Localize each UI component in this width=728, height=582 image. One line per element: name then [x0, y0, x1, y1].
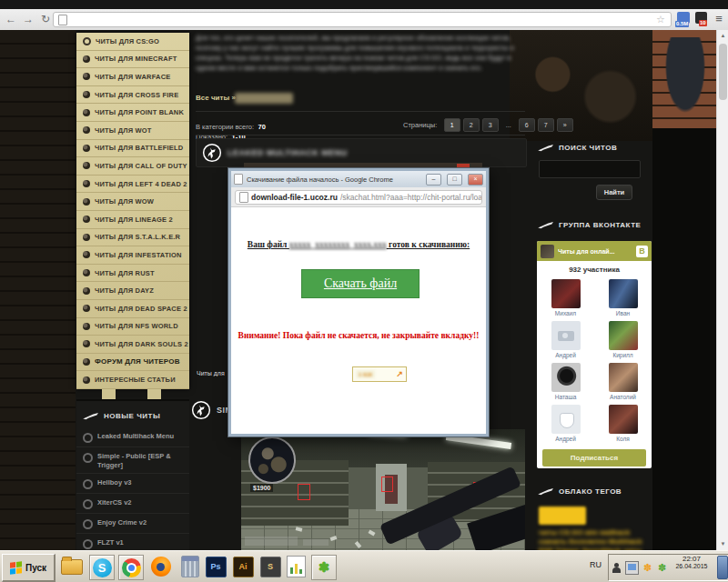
address-bar[interactable]: ☆ [53, 12, 672, 27]
scroll-up-icon[interactable]: ▲ [717, 30, 728, 42]
sidebar-item[interactable]: ЧИТЫ ДЛЯ NFS WORLD [76, 318, 189, 336]
vk-member[interactable]: Андрей [543, 405, 589, 442]
report-chart-icon[interactable] [284, 555, 308, 578]
bookmark-star-icon[interactable]: ☆ [656, 13, 665, 26]
sidebar-item[interactable]: ЧИТЫ ДЛЯ LINEAGE 2 [76, 211, 189, 229]
vk-member[interactable]: Кирилл [601, 321, 646, 358]
download-file-button[interactable]: Скачать файл [301, 269, 420, 298]
new-cheat-item[interactable]: Enjoy Crime v2 [76, 514, 189, 534]
minimize-icon[interactable]: – [426, 174, 441, 186]
close-icon[interactable]: × [468, 174, 483, 186]
sidebar-item[interactable]: ЧИТЫ ДЛЯ WOT [76, 122, 189, 140]
sidebar-item[interactable]: ЧИТЫ ДЛЯ INFESTATION [76, 246, 189, 265]
sidebar-item[interactable]: ЧИТЫ ДЛЯ LEFT 4 DEAD 2 [76, 176, 189, 194]
page-button[interactable]: 1 [444, 118, 460, 132]
new-cheat-item[interactable]: Leaked Multihack Menu [76, 427, 189, 447]
url-path: /skachat.html?aaa=http://chit-portal.ru/… [340, 193, 482, 202]
tray-clock[interactable]: 22:07 26.04.2015 [668, 555, 715, 569]
bullet-icon [83, 479, 93, 489]
menu-icon[interactable]: ≡ [712, 12, 726, 26]
show-desktop-button[interactable] [717, 556, 728, 579]
scroll-down-icon[interactable]: ▼ [717, 538, 728, 550]
divider [196, 111, 525, 112]
sidebar-item[interactable]: ЧИТЫ ДЛЯ RUST [76, 265, 189, 283]
new-cheat-item[interactable]: XiterCS v2 [76, 494, 189, 514]
rifle-icon [83, 413, 99, 420]
photoshop-icon[interactable]: Ps [204, 555, 228, 578]
bullet-icon [83, 287, 90, 295]
new-cheat-item[interactable]: Hellboy v3 [76, 474, 189, 494]
chrome-icon[interactable] [118, 555, 144, 580]
popup-title-bar[interactable]: Скачивание файла началось - Google Chrom… [231, 171, 486, 187]
firefox-icon[interactable] [149, 555, 173, 578]
tray-icq-online-icon[interactable]: ✽ [656, 562, 668, 574]
bullet-icon [83, 519, 93, 529]
sidebar-item[interactable]: ЧИТЫ ДЛЯ POINT BLANK [76, 104, 189, 122]
popup-address-bar[interactable]: download-file-1.ucoz.ru/skachat.html?aaa… [235, 190, 482, 205]
bullet-icon [83, 323, 90, 330]
tray-icq-away-icon[interactable]: ✽ [642, 562, 653, 574]
new-cheat-item[interactable]: Simple - Public [ESP & Trigger] [76, 447, 189, 474]
skype-icon[interactable]: S [89, 555, 115, 580]
vk-subscribe-button[interactable]: Подписаться [542, 449, 646, 467]
bullet-icon [83, 37, 91, 45]
back-icon[interactable]: ← [4, 12, 18, 26]
ucoz-counter-badge[interactable]: 1 020 ↗ [352, 366, 407, 382]
sidebar-item[interactable]: ЧИТЫ ДЛЯ BATTLEFIELD [76, 140, 189, 158]
cheat-link-pill[interactable] [235, 93, 293, 104]
search-input[interactable] [539, 160, 641, 178]
page-button[interactable]: » [557, 118, 573, 132]
vk-member[interactable]: Анатолий [601, 363, 646, 400]
bullet-icon [83, 453, 93, 463]
calculator-icon[interactable] [178, 555, 202, 578]
vk-member[interactable]: Коля [601, 405, 646, 442]
reload-icon[interactable]: ↻ [38, 12, 53, 26]
sidebar-item[interactable]: ФОРУМ ДЛЯ ЧИТЕРОВ [76, 354, 189, 372]
scrollbar-thumb[interactable] [719, 44, 727, 100]
tray-user-icon[interactable] [611, 562, 622, 574]
page-icon [58, 15, 67, 25]
sidebar-item[interactable]: ЧИТЫ ДЛЯ DAYZ [76, 282, 189, 300]
sidebar-item[interactable]: ЧИТЫ ДЛЯ DARK SOULS 2 [76, 336, 189, 354]
sidebar-item[interactable]: ЧИТЫ ДЛЯ MINECRAFT [76, 51, 189, 69]
all-cheats-link[interactable]: Все читы » [196, 94, 236, 102]
search-button[interactable]: Найти [596, 185, 632, 200]
bullet-icon [83, 126, 90, 134]
sidebar-item[interactable]: ЧИТЫ ДЛЯ CALL OF DUTY [76, 157, 189, 176]
page-button[interactable]: ... [501, 119, 516, 131]
page-button[interactable]: 3 [482, 118, 499, 132]
vk-member[interactable]: Иван [601, 279, 646, 316]
forward-icon[interactable]: → [21, 12, 35, 26]
new-cheat-item[interactable]: FLZT v1 [76, 534, 189, 550]
sidebar-item[interactable]: ЧИТЫ ДЛЯ S.T.A.L.K.E.R [76, 229, 189, 247]
money-counter: $1900 [250, 484, 273, 492]
sidebar-item[interactable]: ЧИТЫ ДЛЯ DEAD SPACE 2 [76, 300, 189, 318]
sidebar-item[interactable]: ЧИТЫ ДЛЯ CROSS FIRE [76, 86, 189, 105]
vk-member[interactable]: Михаил [543, 279, 589, 316]
page-button[interactable]: 2 [463, 118, 480, 132]
start-button[interactable]: Пуск [2, 554, 56, 582]
language-indicator[interactable]: RU [590, 560, 602, 569]
illustrator-icon[interactable]: Ai [231, 555, 255, 578]
tray-display-icon[interactable] [625, 561, 639, 575]
page-scrollbar[interactable]: ▲ ▼ [716, 30, 728, 550]
sidebar-item[interactable]: ЧИТЫ ДЛЯ CS:GO [76, 33, 189, 51]
tag-cloud[interactable]: читы CS:GO aim wallhack скачать бесплатн… [539, 528, 646, 550]
vk-member[interactable]: Наташа [543, 363, 589, 400]
sidebar-item[interactable]: ИНТЕРЕСНЫЕ СТАТЬИ [76, 371, 189, 389]
background-bricks-left [0, 30, 76, 550]
tag-highlight[interactable] [539, 507, 586, 525]
icq-icon[interactable]: ✽ [311, 555, 337, 580]
maximize-icon[interactable]: □ [447, 174, 462, 186]
vk-widget-header[interactable]: Читы для онлай... В [537, 241, 652, 261]
page-button[interactable]: 7 [538, 118, 554, 132]
member-name: Иван [601, 310, 646, 316]
member-name: Наташа [543, 394, 589, 400]
vegas-icon[interactable]: S [258, 555, 282, 578]
vk-member[interactable]: Андрей [543, 321, 589, 358]
sidebar-item[interactable]: ЧИТЫ ДЛЯ WARFACE [76, 68, 189, 86]
page-button[interactable]: 6 [519, 118, 535, 132]
sidebar-item[interactable]: ЧИТЫ ДЛЯ WOW [76, 193, 189, 211]
explorer-folder-icon[interactable] [60, 555, 84, 578]
vk-group-name: Читы для онлай... [558, 248, 632, 255]
